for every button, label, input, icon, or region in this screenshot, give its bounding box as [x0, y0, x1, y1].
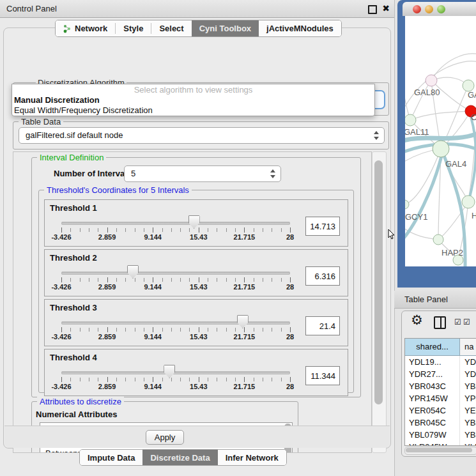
vertical-scrollbar[interactable]: [372, 151, 387, 453]
slider-major-tick: [61, 277, 62, 282]
scale-label: 21.715: [234, 233, 256, 241]
slider-major-tick: [61, 327, 62, 332]
slider-thumb[interactable]: [188, 215, 200, 229]
network-icon: [63, 24, 72, 33]
tab-label: Discretize Data: [150, 453, 210, 463]
table-row[interactable]: YBL079W YBL0: [405, 429, 476, 441]
checkbox-icon[interactable]: ☑: [454, 318, 461, 326]
gear-icon[interactable]: ⚙: [411, 312, 423, 328]
threshold-value-input[interactable]: 14.713: [305, 217, 340, 236]
scale-label: 9.144: [144, 333, 162, 341]
column-header-shared-name[interactable]: shared...: [405, 339, 460, 355]
threshold-label: Threshold 2: [50, 253, 97, 263]
top-tab-bar: Network Style Select Cyni Toolbox jActiv…: [55, 20, 342, 37]
slider-track[interactable]: [61, 321, 290, 325]
float-window-icon[interactable]: [368, 5, 377, 14]
table-row[interactable]: YLR345W YLR3: [405, 441, 476, 446]
slider-major-tick: [244, 277, 245, 282]
network-window-titlebar[interactable]: [403, 2, 476, 16]
table-data-combobox[interactable]: galFiltered.sif default node: [19, 127, 385, 144]
close-icon[interactable]: ✖: [382, 3, 390, 13]
column-header-name[interactable]: na: [460, 339, 476, 355]
threshold-slider[interactable]: -3.426 2.859 9.144 15.43 21.715 28: [61, 364, 290, 393]
scale-label: -3.426: [51, 233, 71, 241]
close-traffic-light[interactable]: [413, 5, 421, 13]
slider-track[interactable]: [61, 222, 290, 225]
threshold-value-input[interactable]: 21.4: [305, 316, 340, 335]
number-of-intervals-combobox[interactable]: 5: [124, 165, 281, 182]
algorithm-dropdown-popup: Select algorithm to view settings Manual…: [12, 84, 375, 116]
scale-label: -3.426: [51, 383, 71, 390]
settings-scroll-viewport: Interval Definition Number of Intervals …: [13, 151, 372, 453]
tab-network[interactable]: Network: [56, 20, 115, 36]
table-row[interactable]: YBR045C YBR0: [405, 417, 476, 429]
node-gal11[interactable]: [405, 114, 416, 126]
slider-major-tick: [199, 377, 199, 382]
horizontal-scrollbar[interactable]: [404, 447, 476, 455]
algorithm-option-manual[interactable]: Manual Discretization: [12, 95, 374, 105]
tab-infer-network[interactable]: Infer Network: [218, 450, 286, 465]
zoom-traffic-light[interactable]: [437, 5, 445, 13]
tab-label: jActiveMNodules: [266, 24, 334, 33]
apply-strip: Apply: [4, 426, 390, 448]
vertical-scrollbar-thumb[interactable]: [374, 160, 383, 404]
tab-jactivemnodules[interactable]: jActiveMNodules: [259, 20, 341, 36]
node-gcy1[interactable]: [405, 200, 409, 209]
cell-shared-name: YER054C: [405, 404, 459, 417]
apply-button[interactable]: Apply: [146, 430, 184, 445]
node-hap2[interactable]: [433, 234, 443, 245]
scale-label: 9.144: [144, 233, 162, 241]
node-gal80[interactable]: [426, 75, 437, 86]
table-panel-header: Table Panel: [394, 291, 476, 309]
cell-shared-name: YBL079W: [405, 429, 459, 441]
slider-major-tick: [290, 227, 291, 233]
slider-track[interactable]: [61, 272, 290, 275]
threshold-list: Threshold 1: [44, 199, 348, 399]
table-row[interactable]: YBR043C YBR0: [405, 380, 476, 392]
minimize-traffic-light[interactable]: [425, 5, 433, 13]
table-data-group-title: Table Data: [19, 117, 63, 127]
threshold-slider[interactable]: -3.426 2.859 9.144 15.43 21.715 28: [61, 214, 290, 243]
scale-label: 21.715: [234, 333, 256, 341]
algorithm-option-equal-width[interactable]: Equal Width/Frequency Discretization: [12, 105, 374, 116]
slider-thumb[interactable]: [127, 265, 139, 279]
tab-label: Select: [159, 24, 183, 33]
scale-label: 28: [286, 333, 294, 341]
node-label: GAL4: [445, 159, 466, 169]
tab-impute-data[interactable]: Impute Data: [80, 450, 142, 465]
table-row[interactable]: YER054C YER0: [405, 404, 476, 417]
tab-cyni-toolbox[interactable]: Cyni Toolbox: [192, 20, 259, 36]
number-of-intervals-label: Number of Intervals: [54, 169, 132, 178]
node-h[interactable]: [462, 196, 475, 208]
tab-discretize-data[interactable]: Discretize Data: [142, 450, 217, 465]
cell-name: YBL0: [459, 429, 476, 441]
slider-thumb[interactable]: [237, 315, 249, 328]
network-canvas[interactable]: GAL80 GA C GAL11 GAL4 GCY1 H HAP2: [405, 16, 476, 266]
table-row[interactable]: YDR27... YDR2: [405, 368, 476, 380]
threshold-value-input[interactable]: 11.344: [305, 366, 340, 385]
slider-major-tick: [153, 277, 153, 282]
table-row[interactable]: YPR145W YPR1: [405, 392, 476, 404]
algorithm-placeholder-option[interactable]: Select algorithm to view settings: [12, 84, 374, 95]
tab-style[interactable]: Style: [116, 20, 151, 36]
cell-shared-name: YPR145W: [405, 392, 459, 404]
threshold-slider[interactable]: -3.426 2.859 9.144 15.43 21.715 28: [61, 314, 290, 343]
slider-track[interactable]: [61, 371, 290, 374]
threshold-slider[interactable]: -3.426 2.859 9.144 15.43 21.715 28: [61, 264, 290, 293]
node-label: H: [472, 211, 476, 220]
node-label: HAP2: [441, 248, 463, 257]
node-gal4[interactable]: [433, 141, 449, 157]
horizontal-scrollbar-thumb[interactable]: [406, 448, 472, 452]
scale-label: 15.43: [190, 333, 208, 341]
tab-select[interactable]: Select: [151, 20, 191, 36]
column-layout-icon[interactable]: [434, 316, 446, 329]
threshold-coordinates-group: Threshold's Coordinates for 5 Intervals …: [38, 190, 354, 393]
table-row[interactable]: YDL19... YDL1: [405, 356, 476, 368]
tab-label: Infer Network: [226, 453, 279, 463]
checkbox-icon[interactable]: ☑: [463, 318, 470, 326]
slider-major-tick: [290, 277, 291, 282]
mouse-cursor: [388, 229, 395, 240]
slider-thumb[interactable]: [164, 365, 175, 378]
threshold-value-input[interactable]: 6.316: [305, 266, 340, 286]
slider-major-tick: [199, 277, 199, 282]
